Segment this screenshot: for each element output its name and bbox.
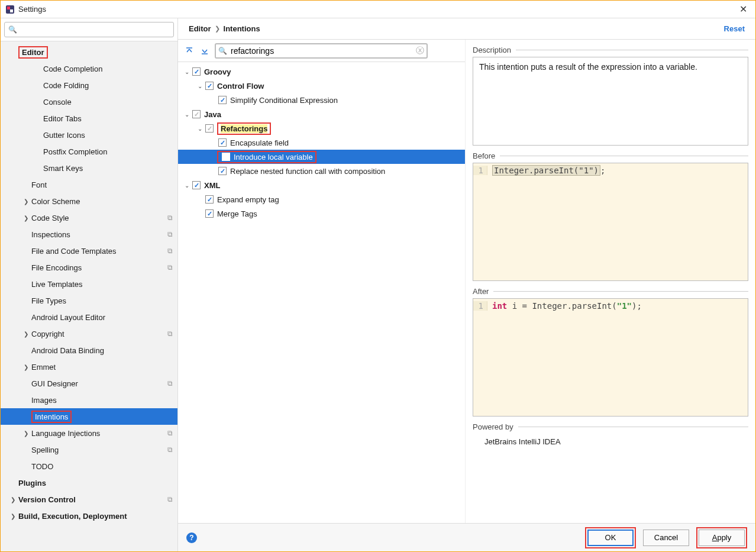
sidebar-item-editor[interactable]: Editor [1, 44, 177, 60]
copy-icon: ⧉ [167, 247, 173, 255]
intention-encapsulate-field[interactable]: ✓Encapsulate field [178, 135, 465, 150]
intention-label: Merge Tags [217, 209, 257, 218]
sidebar-item-images[interactable]: Images [1, 392, 177, 408]
sidebar-item-android-data-binding[interactable]: Android Data Binding [1, 342, 177, 359]
intention-label: Encapsulate field [230, 138, 289, 147]
sidebar-item-plugins[interactable]: Plugins [1, 474, 177, 491]
sidebar-item-copyright[interactable]: ❯Copyright⧉ [1, 325, 177, 342]
sidebar-item-emmet[interactable]: ❯Emmet [1, 359, 177, 375]
sidebar-item-label: Editor [18, 46, 173, 59]
sidebar-item-intentions[interactable]: Intentions [1, 408, 177, 425]
app-icon [5, 5, 15, 14]
expand-all-icon[interactable] [184, 47, 195, 55]
sidebar-item-smart-keys[interactable]: Smart Keys [1, 160, 177, 176]
before-code: 1Integer.parseInt("1"); [473, 163, 748, 281]
chevron-icon: ❯ [22, 215, 30, 221]
checkbox[interactable]: ✓ [205, 209, 214, 218]
sidebar-item-label: Copyright [31, 330, 167, 338]
intention-simplify-conditional-expression[interactable]: ✓Simplify Conditional Expression [178, 93, 465, 107]
sidebar-item-color-scheme[interactable]: ❯Color Scheme [1, 193, 177, 209]
after-code: 1int i = Integer.parseInt("1"); [473, 298, 748, 417]
cancel-button[interactable]: Cancel [643, 530, 689, 546]
sidebar-item-live-templates[interactable]: Live Templates [1, 276, 177, 292]
checkbox[interactable]: ✓ [205, 82, 214, 90]
sidebar-item-inspections[interactable]: Inspections⧉ [1, 226, 177, 243]
intentions-search-input[interactable] [231, 46, 416, 56]
reset-link[interactable]: Reset [724, 24, 745, 33]
close-icon[interactable]: ✕ [736, 4, 751, 15]
sidebar-item-label: Code Style [31, 214, 167, 222]
help-icon[interactable]: ? [186, 532, 197, 543]
breadcrumb-editor[interactable]: Editor [189, 24, 211, 33]
sidebar-item-version-control[interactable]: ❯Version Control⧉ [1, 491, 177, 508]
sidebar-item-code-folding[interactable]: Code Folding [1, 77, 177, 93]
collapse-all-icon[interactable] [199, 47, 210, 55]
sidebar-item-build-execution-deployment[interactable]: ❯Build, Execution, Deployment [1, 508, 177, 524]
sidebar-item-label: Emmet [31, 363, 173, 372]
sidebar-item-file-and-code-templates[interactable]: File and Code Templates⧉ [1, 243, 177, 259]
content: 🔍 EditorCode CompletionCode FoldingConso… [1, 18, 755, 551]
sidebar-item-file-types[interactable]: File Types [1, 292, 177, 309]
checkbox[interactable]: ✓ [192, 110, 201, 118]
sidebar-item-todo[interactable]: TODO [1, 458, 177, 474]
sidebar-item-label: Inspections [31, 230, 167, 239]
copy-icon: ⧉ [167, 230, 173, 238]
chevron-down-icon: ⌄ [196, 125, 204, 132]
chevron-right-icon: ❯ [215, 25, 220, 33]
checkbox[interactable]: ✓ [218, 167, 227, 175]
before-label: Before [473, 151, 495, 160]
intention-merge-tags[interactable]: ✓Merge Tags [178, 206, 465, 221]
dialog-footer: ? OK Cancel Apply [178, 523, 755, 551]
sidebar-item-code-completion[interactable]: Code Completion [1, 60, 177, 77]
apply-button[interactable]: Apply [699, 530, 745, 546]
chevron-icon: ❯ [22, 331, 30, 337]
breadcrumb: Editor ❯ Intentions Reset [178, 18, 755, 40]
intention-expand-empty-tag[interactable]: ✓Expand empty tag [178, 192, 465, 206]
sidebar-item-label: Postfix Completion [43, 147, 173, 156]
sidebar-item-font[interactable]: Font [1, 176, 177, 193]
ok-button[interactable]: OK [587, 530, 634, 546]
sidebar-item-file-encodings[interactable]: File Encodings⧉ [1, 259, 177, 276]
intention-label: Replace nested function call with compos… [230, 167, 385, 176]
sidebar-item-postfix-completion[interactable]: Postfix Completion [1, 143, 177, 160]
intention-replace-nested-function-call-with-composition[interactable]: ✓Replace nested function call with compo… [178, 164, 465, 178]
checkbox[interactable] [222, 153, 230, 161]
chevron-icon: ❯ [9, 496, 17, 503]
checkbox[interactable]: ✓ [192, 67, 201, 76]
intention-label: Groovy [204, 67, 231, 76]
intention-control-flow[interactable]: ⌄✓Control Flow [178, 79, 465, 93]
sidebar-item-label: Plugins [18, 479, 173, 488]
sidebar-item-console[interactable]: Console [1, 93, 177, 110]
checkbox[interactable]: ✓ [218, 138, 227, 147]
intention-xml[interactable]: ⌄✓XML [178, 178, 465, 192]
checkbox[interactable]: ✓ [192, 181, 201, 189]
details-panel: Description This intention puts a result… [466, 40, 755, 523]
sidebar-item-label: File and Code Templates [31, 247, 167, 256]
sidebar-item-gutter-icons[interactable]: Gutter Icons [1, 127, 177, 143]
intention-java[interactable]: ⌄✓Java [178, 107, 465, 121]
before-section: Before 1Integer.parseInt("1"); [473, 151, 748, 281]
sidebar-item-label: Smart Keys [43, 164, 173, 173]
sidebar-item-spelling[interactable]: Spelling⧉ [1, 441, 177, 458]
window-title: Settings [18, 5, 736, 14]
clear-icon[interactable]: ⓧ [416, 46, 424, 56]
powered-by-text: JetBrains IntelliJ IDEA [473, 434, 748, 450]
sidebar-item-language-injections[interactable]: ❯Language Injections⧉ [1, 425, 177, 441]
sidebar-item-gui-designer[interactable]: GUI Designer⧉ [1, 375, 177, 392]
sidebar-item-android-layout-editor[interactable]: Android Layout Editor [1, 309, 177, 325]
sidebar-item-label: Code Completion [43, 64, 173, 73]
sidebar-item-editor-tabs[interactable]: Editor Tabs [1, 110, 177, 127]
sidebar-item-code-style[interactable]: ❯Code Style⧉ [1, 209, 177, 226]
intention-refactorings[interactable]: ⌄✓Refactorings [178, 121, 465, 135]
sidebar-search-input[interactable] [20, 25, 170, 34]
sidebar-item-label: Spelling [31, 446, 167, 454]
chevron-down-icon: ⌄ [183, 182, 191, 189]
checkbox[interactable]: ✓ [205, 195, 214, 204]
intentions-search[interactable]: 🔍 ⓧ [215, 43, 428, 59]
intention-introduce-local-variable[interactable]: Introduce local variable [178, 150, 465, 164]
chevron-icon: ❯ [22, 198, 30, 205]
intention-groovy[interactable]: ⌄✓Groovy [178, 64, 465, 79]
sidebar-search[interactable]: 🔍 [4, 22, 174, 37]
checkbox[interactable]: ✓ [218, 96, 227, 104]
checkbox[interactable]: ✓ [205, 124, 214, 133]
